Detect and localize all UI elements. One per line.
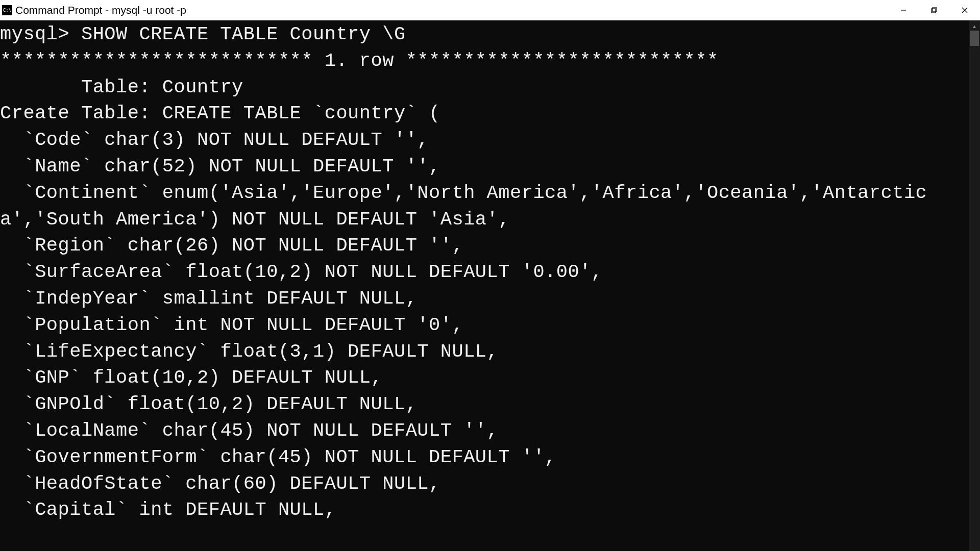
svg-rect-1 [932,9,936,13]
scrollbar-vertical[interactable]: ▲ [969,20,980,551]
scrollbar-thumb[interactable] [970,31,979,46]
minimize-button[interactable] [888,0,919,20]
terminal-wrapper: mysql> SHOW CREATE TABLE Country \G ****… [0,20,980,551]
window-title: Command Prompt - mysql -u root -p [15,4,888,16]
svg-rect-2 [933,8,937,12]
cmd-icon: C:\ [2,5,12,15]
maximize-button[interactable] [919,0,949,20]
terminal-output[interactable]: mysql> SHOW CREATE TABLE Country \G ****… [0,20,969,551]
scrollbar-up-arrow[interactable]: ▲ [970,21,979,31]
close-button[interactable] [949,0,980,20]
window-controls [888,0,980,20]
titlebar: C:\ Command Prompt - mysql -u root -p [0,0,980,20]
